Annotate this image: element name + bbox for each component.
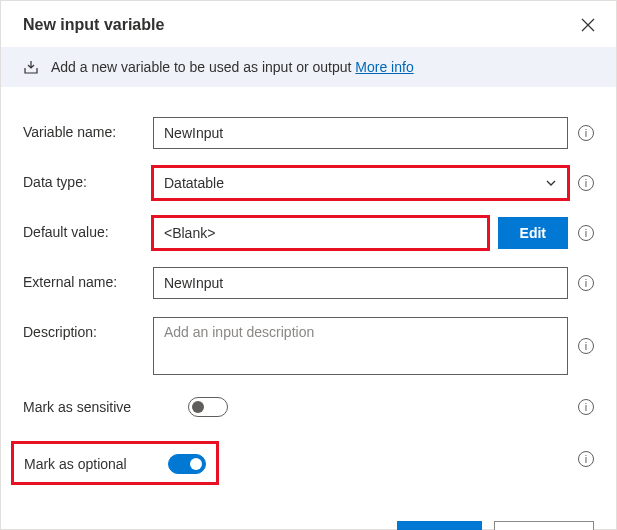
dialog-header: New input variable xyxy=(1,1,616,47)
description-input[interactable] xyxy=(153,317,568,375)
external-name-input[interactable] xyxy=(153,267,568,299)
info-icon[interactable]: i xyxy=(578,399,594,415)
mark-optional-toggle[interactable] xyxy=(168,454,206,474)
more-info-link[interactable]: More info xyxy=(355,59,413,75)
row-mark-optional: Mark as optional i xyxy=(23,433,594,485)
toggle-knob xyxy=(192,401,204,413)
mark-sensitive-label: Mark as sensitive xyxy=(23,399,188,415)
row-description: Description: i xyxy=(23,317,594,375)
cancel-button[interactable]: Cancel xyxy=(494,521,594,530)
data-type-select[interactable]: Datatable xyxy=(153,167,568,199)
mark-optional-label: Mark as optional xyxy=(24,456,168,472)
variable-name-input[interactable] xyxy=(153,117,568,149)
default-value-field[interactable]: <Blank> xyxy=(153,217,488,249)
default-value-text: <Blank> xyxy=(164,225,215,241)
save-button[interactable]: Save xyxy=(397,521,482,530)
info-icon[interactable]: i xyxy=(578,175,594,191)
dialog-footer: Save Cancel xyxy=(1,505,616,530)
row-default-value: Default value: <Blank> Edit i xyxy=(23,217,594,249)
form-body: Variable name: i Data type: Datatable i … xyxy=(1,87,616,505)
download-in-icon xyxy=(23,59,39,75)
row-variable-name: Variable name: i xyxy=(23,117,594,149)
mark-sensitive-toggle[interactable] xyxy=(188,397,228,417)
data-type-label: Data type: xyxy=(23,167,153,190)
variable-name-label: Variable name: xyxy=(23,117,153,140)
info-icon[interactable]: i xyxy=(578,275,594,291)
banner-text: Add a new variable to be used as input o… xyxy=(51,59,414,75)
data-type-value: Datatable xyxy=(164,175,224,191)
chevron-down-icon xyxy=(545,177,557,189)
dialog-title: New input variable xyxy=(23,16,164,34)
description-label: Description: xyxy=(23,317,153,340)
info-icon[interactable]: i xyxy=(578,451,594,467)
new-input-variable-dialog: New input variable Add a new variable to… xyxy=(0,0,617,530)
default-value-label: Default value: xyxy=(23,217,153,240)
mark-optional-highlight: Mark as optional xyxy=(11,441,219,485)
close-button[interactable] xyxy=(576,13,600,37)
info-icon[interactable]: i xyxy=(578,225,594,241)
row-external-name: External name: i xyxy=(23,267,594,299)
toggle-knob xyxy=(190,458,202,470)
banner-message: Add a new variable to be used as input o… xyxy=(51,59,355,75)
info-icon[interactable]: i xyxy=(578,338,594,354)
edit-button[interactable]: Edit xyxy=(498,217,568,249)
info-icon[interactable]: i xyxy=(578,125,594,141)
row-mark-sensitive: Mark as sensitive i xyxy=(23,397,594,417)
external-name-label: External name: xyxy=(23,267,153,290)
close-icon xyxy=(581,18,595,32)
info-banner: Add a new variable to be used as input o… xyxy=(1,47,616,87)
row-data-type: Data type: Datatable i xyxy=(23,167,594,199)
